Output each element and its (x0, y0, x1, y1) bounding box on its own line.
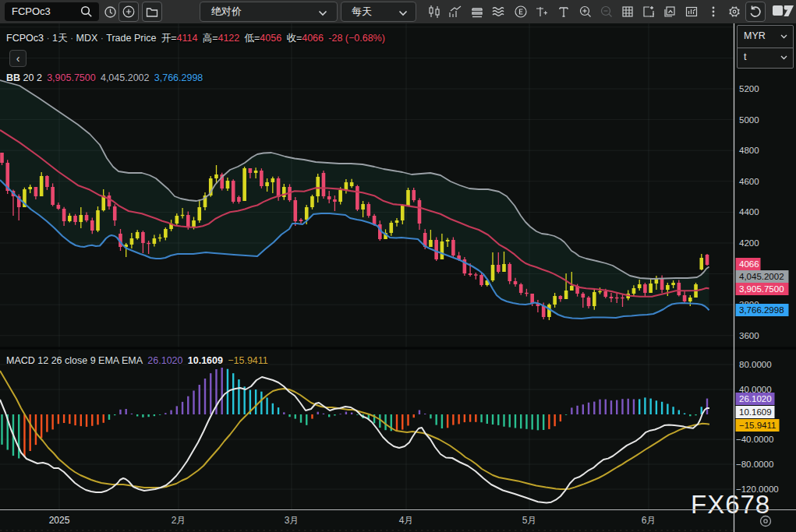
svg-text:5200: 5200 (739, 84, 759, 93)
svg-text:4月: 4月 (399, 515, 414, 526)
svg-text:5月: 5月 (522, 515, 537, 526)
svg-text:10.1609: 10.1609 (739, 407, 772, 417)
svg-text:4066: 4066 (739, 259, 759, 269)
svg-text:2月: 2月 (172, 515, 186, 526)
svg-text:4800: 4800 (739, 146, 759, 155)
svg-text:3,766.2998: 3,766.2998 (739, 305, 784, 315)
svg-text:4400: 4400 (739, 207, 759, 217)
svg-text:6月: 6月 (642, 515, 656, 526)
svg-text:−120.0000: −120.0000 (736, 484, 779, 494)
svg-text:2025: 2025 (49, 515, 70, 526)
svg-text:80.0000: 80.0000 (739, 360, 772, 369)
svg-text:26.1020: 26.1020 (739, 394, 772, 403)
svg-text:3月: 3月 (285, 515, 299, 526)
svg-text:3600: 3600 (739, 331, 759, 340)
svg-text:4,045.2002: 4,045.2002 (739, 272, 784, 281)
svg-text:5000: 5000 (739, 115, 759, 125)
svg-text:4600: 4600 (739, 177, 759, 186)
svg-text:3,905.7500: 3,905.7500 (739, 284, 784, 294)
svg-text:−80.0000: −80.0000 (736, 460, 773, 469)
svg-text:FX678: FX678 (691, 490, 770, 519)
svg-text:4200: 4200 (739, 238, 759, 248)
svg-text:−40.0000: −40.0000 (736, 435, 773, 444)
svg-text:−15.9411: −15.9411 (739, 421, 776, 430)
